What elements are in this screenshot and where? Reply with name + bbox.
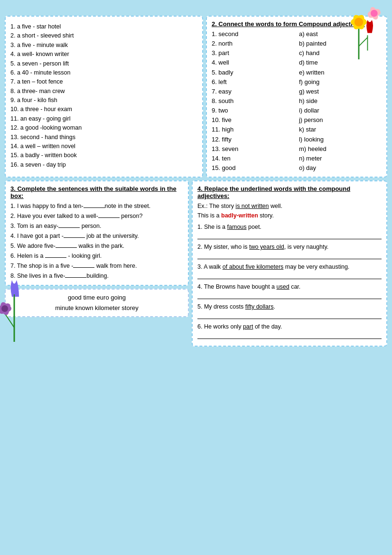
answer-line — [197, 292, 382, 299]
connect-left-item: 1. second — [212, 29, 294, 39]
section1-item: 13. second - hand things — [10, 133, 197, 142]
connect-left-item: 12. fifty — [212, 135, 294, 144]
connect-left-item: 7. easy — [212, 87, 294, 96]
connect-left-item: 9. two — [212, 106, 294, 115]
connect-right-item: i) dollar — [299, 106, 382, 115]
connect-right-item: h) side — [299, 96, 382, 106]
answer-line — [197, 312, 382, 319]
fill-blank — [84, 207, 105, 208]
connect-right-item: l) looking — [299, 135, 382, 144]
section4-item: 3. A walk of about five kilometers may b… — [197, 262, 382, 279]
connect-right-item: j) person — [299, 115, 382, 125]
flower-decoration-top-right — [330, 2, 387, 59]
section1-item: 11. an easy - going girl — [10, 114, 197, 123]
section4-item: 4. The Browns have bought a used car. — [197, 282, 382, 299]
connect-right-item: f) going — [299, 77, 382, 87]
section3-item: 5. We adore five- walks in the park. — [10, 241, 183, 251]
section1-item: 3. a five - minute walk — [10, 41, 197, 50]
section1-item: 4. a well- known writer — [10, 50, 197, 59]
section1-item: 9. a four - kilo fish — [10, 96, 197, 105]
section3-item: 4. I have got a part - job at the univer… — [10, 231, 183, 241]
fill-blank — [64, 237, 85, 238]
connect-left-item: 11. high — [212, 125, 294, 134]
section4-item: 6. He works only part of the day. — [197, 322, 382, 339]
section3-item: 1. I was happy to find a ten-note in the… — [10, 201, 183, 211]
svg-point-6 — [355, 18, 363, 26]
section1-item: 12. a good -looking woman — [10, 123, 197, 132]
svg-point-10 — [371, 10, 378, 17]
fill-blank — [58, 227, 80, 228]
connect-left-item: 5. badly — [212, 68, 294, 77]
word-box-content: good time euro goingminute known kilomet… — [10, 292, 183, 313]
connect-right-item: g) west — [299, 87, 382, 96]
section4-heading: 4. Replace the underlined words with the… — [197, 185, 382, 199]
section3-heading: 3. Complete the sentences with the suita… — [10, 185, 183, 199]
svg-line-13 — [5, 313, 14, 328]
answer-line — [197, 253, 382, 259]
section1-item: 1. a five - star hotel — [10, 22, 197, 31]
fill-blank — [65, 277, 86, 278]
section4-items: Ex.: The story is not written well.This … — [197, 201, 382, 339]
answer-line — [197, 233, 382, 239]
connect-right-item: e) written — [299, 68, 382, 77]
section4-box: 4. Replace the underlined words with the… — [192, 180, 387, 347]
section-translate: 1. a five - star hotel2. a short - sleev… — [5, 16, 203, 178]
section1-item: 14. a well – written novel — [10, 142, 197, 151]
fill-blank — [73, 267, 94, 268]
connect-right-item: m) heeled — [299, 144, 382, 154]
answer-line — [197, 332, 382, 339]
section3-item: 2. Have you ever talked to a well- perso… — [10, 211, 183, 221]
section1-item: 15. a badly - written book — [10, 151, 197, 160]
fill-blank — [45, 257, 66, 258]
svg-point-17 — [1, 305, 8, 312]
connect-left-item: 13. seven — [212, 144, 294, 154]
section1-item: 5. a seven - person lift — [10, 59, 197, 68]
connect-right-item: k) star — [299, 125, 382, 134]
connect-left-item: 8. south — [212, 96, 294, 106]
flower-decoration-left — [0, 266, 33, 342]
section1-item: 7. a ten – foot fence — [10, 77, 197, 86]
connect-left-item: 4. well — [212, 58, 294, 67]
connect-left-item: 6. left — [212, 77, 294, 87]
section4-item: 2. My sister, who is two years old, is v… — [197, 242, 382, 259]
section3-items: 1. I was happy to find a ten-note in the… — [10, 201, 183, 281]
connect-left-item: 10. five — [212, 115, 294, 125]
section4-example: Ex.: The story is not written well.This … — [197, 201, 382, 220]
section3-item: 3. Tom is an easy- person. — [10, 221, 183, 231]
connect-right-item: d) time — [299, 58, 382, 67]
bottom-sections: 3. Complete the sentences with the suita… — [5, 180, 387, 347]
connect-left-item: 14. ten — [212, 154, 294, 163]
section4-item: 5. My dress costs fifty dollars. — [197, 302, 382, 319]
section4-item: 1. She is a famous poet. — [197, 222, 382, 239]
section1-item: 2. a short - sleeved shirt — [10, 31, 197, 40]
section3-item: 8. She lives in a five-building. — [10, 271, 183, 281]
connect-right-item: n) meter — [299, 154, 382, 163]
fill-blank — [56, 247, 77, 248]
section1-items: 1. a five - star hotel2. a short - sleev… — [10, 22, 197, 169]
answer-line — [197, 273, 382, 279]
connect-left-item: 3. part — [212, 48, 294, 58]
section1-item: 8. a three- man crew — [10, 87, 197, 96]
connect-right-item: o) day — [299, 163, 382, 173]
section1-item: 10. a three - hour exam — [10, 105, 197, 114]
connect-left-item: 2. north — [212, 39, 294, 48]
section1-item: 6. a 40 - minute lesson — [10, 68, 197, 77]
section3-item: 6. Helen is a - looking girl. — [10, 251, 183, 261]
svg-line-1 — [359, 38, 367, 46]
section1-item: 16. a seven - day trip — [10, 160, 197, 169]
section3-item: 7. The shop is in a five - walk from her… — [10, 261, 183, 271]
fill-blank — [98, 217, 120, 218]
connect-left-item: 15. good — [212, 163, 294, 173]
